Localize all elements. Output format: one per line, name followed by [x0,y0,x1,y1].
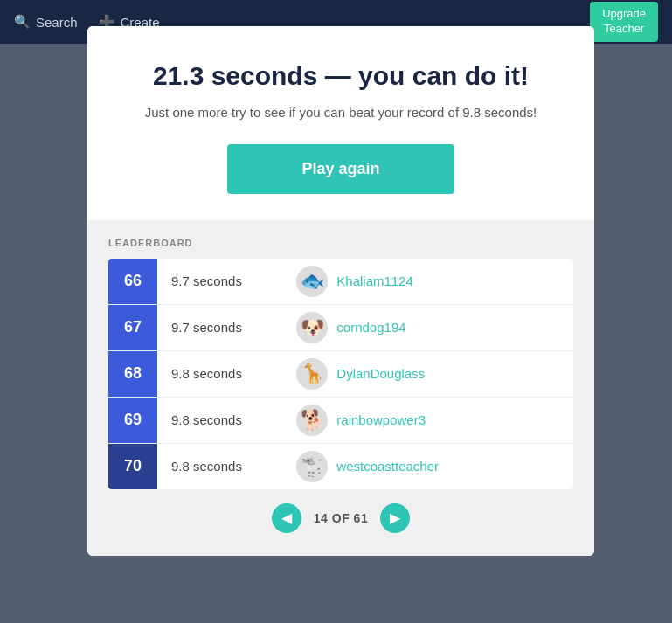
pagination: ◀ 14 OF 61 ▶ [108,489,573,542]
leaderboard-table: 66 9.7 seconds 🐟 Khaliam1124 67 9.7 seco… [108,259,573,489]
search-label: Search [36,15,78,30]
play-again-button[interactable]: Play again [227,144,454,194]
result-subtitle: Just one more try to see if you can beat… [114,103,568,123]
page-info: 14 OF 61 [314,511,368,525]
time-value: 9.7 seconds [157,320,296,335]
search-button[interactable]: 🔍 Search [14,14,78,30]
rank-badge: 67 [108,305,157,350]
leaderboard-title: LEADERBOARD [108,238,573,248]
time-value: 9.7 seconds [157,273,296,288]
avatar: 🐶 [296,312,328,343]
table-row: 67 9.7 seconds 🐶 corndog194 [108,305,573,351]
result-title: 21.3 seconds — you can do it! [114,61,568,91]
table-row: 68 9.8 seconds 🦒 DylanDouglass [108,351,573,398]
username: DylanDouglass [336,366,573,381]
avatar: 🦒 [296,358,328,390]
rank-badge: 68 [108,351,157,397]
avatar: 🐟 [296,266,328,297]
table-row: 69 9.8 seconds 🐕 rainbowpower3 [108,398,573,444]
time-value: 9.8 seconds [157,412,296,427]
table-row: 70 9.8 seconds 🐩 westcoastteacher [108,444,573,489]
time-value: 9.8 seconds [157,366,296,381]
search-icon: 🔍 [14,14,31,30]
result-modal: 21.3 seconds — you can do it! Just one m… [87,26,594,556]
prev-page-button[interactable]: ◀ [272,503,301,533]
leaderboard-section: LEADERBOARD 66 9.7 seconds 🐟 Khaliam1124… [87,220,594,556]
upgrade-label: UpgradeTeacher [602,7,646,35]
username: westcoastteacher [336,459,573,474]
username: corndog194 [336,320,573,335]
time-value: 9.8 seconds [157,459,296,474]
table-row: 66 9.7 seconds 🐟 Khaliam1124 [108,259,573,305]
avatar: 🐩 [296,451,328,482]
modal-top-section: 21.3 seconds — you can do it! Just one m… [87,26,594,220]
username: Khaliam1124 [336,273,573,288]
rank-badge: 69 [108,398,157,443]
rank-badge: 70 [108,444,157,489]
next-page-button[interactable]: ▶ [380,503,410,533]
rank-badge: 66 [108,259,157,304]
username: rainbowpower3 [336,412,573,427]
avatar: 🐕 [296,405,328,436]
upgrade-button[interactable]: UpgradeTeacher [590,2,658,42]
